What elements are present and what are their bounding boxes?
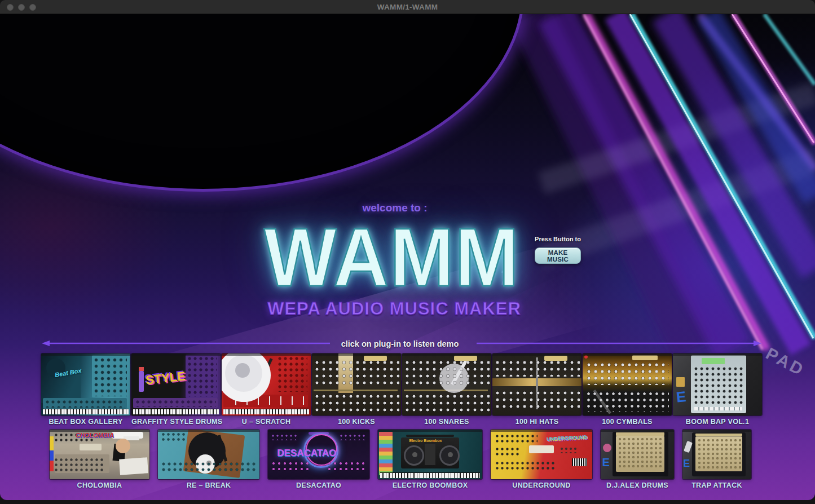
thumbnail-art-layer: [693, 366, 743, 404]
plugin-label: ELECTRO BOOMBOX: [378, 481, 482, 489]
plugin-tile-graffity[interactable]: STYLE GRAFFITY STYLE DRUMS: [131, 353, 221, 426]
plugin-thumbnail[interactable]: STYLE: [131, 353, 221, 415]
thumbnail-art-layer: CHOLOMBIA: [76, 432, 114, 439]
thumbnail-art-layer: [584, 355, 588, 359]
thumbnail-art-layer: [694, 407, 742, 411]
instruction-text: click on plug-in to listen demo: [341, 339, 459, 349]
plugin-thumbnail[interactable]: [158, 430, 259, 479]
thumbnail-art-layer: [585, 361, 669, 385]
thumbnail-art-layer: [116, 439, 130, 453]
thumbnail-art-layer: [271, 461, 311, 474]
plugin-tile-beatbox[interactable]: Beat Box BEAT BOX GALLERY: [41, 353, 130, 426]
plugin-label: RE – BREAK: [158, 481, 259, 489]
plugin-tile-cymbals100[interactable]: 100 CYMBALS: [583, 353, 672, 426]
plugin-thumbnail[interactable]: UNDERGROUND: [491, 430, 592, 479]
thumbnail-art-layer: [616, 432, 664, 435]
thumbnail-art-layer: [54, 457, 105, 471]
plugin-thumbnail[interactable]: [583, 353, 672, 415]
titlebar: WAMM/1-WAMM: [0, 0, 815, 14]
thumbnail-art-layer: [135, 399, 216, 406]
plugin-tile-underground[interactable]: UNDERGROUND UNDERGROUND: [491, 430, 592, 489]
thumbnail-art-layer: [404, 359, 490, 388]
thumbnail-art-layer: [495, 434, 538, 443]
thumbnail-art-layer: [80, 444, 102, 450]
plugin-tile-snares100[interactable]: 100 SNARES: [402, 353, 491, 426]
plugin-thumbnail[interactable]: E: [601, 430, 674, 479]
thumbnail-keyboard-strip: [43, 409, 129, 414]
thumbnail-art-layer: [494, 390, 580, 412]
thumbnail-art-layer: [702, 358, 725, 364]
plugin-label: 100 SNARES: [402, 418, 491, 426]
plugin-tile-boombap[interactable]: E BOOM BAP VOL.1: [673, 353, 762, 426]
plugin-row-2: CHOLOMBIA CHOLOMBIA RE – BREAK DESACATAO…: [50, 430, 751, 489]
plugin-thumbnail[interactable]: DESACATAO: [268, 430, 369, 479]
plugin-thumbnail[interactable]: [312, 353, 401, 415]
plugin-tile-rebreak[interactable]: RE – BREAK: [158, 430, 259, 489]
plugin-tile-electro[interactable]: Electro Boombox ELECTRO BOOMBOX: [378, 430, 482, 489]
plugin-label: D.J.ALEX DRUMS: [601, 481, 674, 489]
plugin-tile-desacatao[interactable]: DESACATAO DESACATAO: [268, 430, 369, 489]
thumbnail-art-layer: [572, 458, 587, 466]
window-title: WAMM/1-WAMM: [0, 0, 815, 14]
plugin-thumbnail[interactable]: [222, 353, 311, 415]
thumbnail-art-layer: [45, 399, 125, 407]
plugin-label: BOOM BAP VOL.1: [673, 418, 762, 426]
thumbnail-art-layer: [119, 457, 148, 475]
thumbnail-art-layer: [494, 359, 580, 377]
plugin-thumbnail[interactable]: E: [673, 353, 762, 415]
thumbnail-art-layer: UNDERGROUND: [547, 435, 587, 442]
plugin-tile-kicks100[interactable]: 100 KICKS: [312, 353, 401, 426]
plugin-tile-uscratch[interactable]: U – SCRATCH: [222, 353, 311, 426]
thumbnail-art-layer: E: [676, 389, 687, 405]
plugin-thumbnail[interactable]: Beat Box: [41, 353, 130, 415]
thumbnail-art-layer: [93, 357, 127, 396]
thumbnail-art-layer: [161, 432, 185, 443]
make-music-group: Press Button to MAKE MUSIC: [535, 235, 581, 264]
plugin-label: UNDERGROUND: [491, 481, 592, 489]
make-music-button[interactable]: MAKE MUSIC: [535, 247, 581, 264]
plugin-thumbnail[interactable]: Electro Boombox: [378, 430, 482, 479]
thumbnail-art-layer: [161, 461, 256, 472]
plugin-tile-djalex[interactable]: E D.J.ALEX DRUMS: [601, 430, 674, 489]
thumbnail-art-layer: [632, 355, 657, 360]
thumbnail-art-layer: STYLE: [145, 370, 186, 386]
thumbnail-art-layer: [684, 441, 693, 453]
thumbnail-art-layer: [585, 391, 669, 412]
plugin-thumbnail[interactable]: [492, 353, 581, 415]
thumbnail-art-layer: [603, 444, 611, 452]
plugin-tile-hihats100[interactable]: 100 HI HATS: [492, 353, 581, 426]
plugin-ui: PAD 7 welcome to : WAMM Press Button to …: [0, 14, 815, 500]
subtitle-text: WEPA AUDIO MUSIC MAKER: [267, 299, 521, 319]
thumbnail-art-layer: [235, 363, 250, 378]
thumbnail-art-layer: E: [602, 457, 610, 468]
plugin-tile-cholombia[interactable]: CHOLOMBIA CHOLOMBIA: [50, 430, 149, 489]
thumbnail-art-layer: [404, 393, 490, 412]
thumbnail-art-layer: [314, 393, 399, 412]
plugin-label: BEAT BOX GALLERY: [41, 418, 130, 426]
thumbnail-art-layer: [50, 436, 54, 471]
thumbnail-art-layer: [676, 377, 684, 387]
wamm-logo: WAMM: [264, 216, 520, 299]
thumbnail-art-layer: [618, 437, 663, 470]
thumbnail-art-layer: [277, 356, 307, 392]
thumbnail-art-layer: [314, 359, 399, 388]
thumbnail-art-layer: Electro Boombox: [409, 439, 442, 443]
thumbnail-art-layer: [271, 434, 297, 440]
thumbnail-art-layer: [695, 434, 742, 436]
thumbnail-art-layer: DESACATAO: [277, 448, 336, 458]
thumbnail-art-layer: [139, 367, 144, 371]
thumbnail-keyboard-strip: [223, 409, 309, 414]
plugin-thumbnail[interactable]: [402, 353, 491, 415]
plugin-tile-trapattack[interactable]: E TRAP ATTACK: [682, 430, 751, 489]
thumbnail-art-layer: [425, 444, 435, 466]
plugin-thumbnail[interactable]: CHOLOMBIA: [50, 430, 149, 479]
plugin-thumbnail[interactable]: E: [682, 430, 751, 479]
thumbnail-art-layer: [314, 390, 398, 391]
thumbnail-art-layer: [495, 446, 521, 457]
thumbnail-art-layer: [139, 371, 144, 392]
plugin-label: GRAFFITY STYLE DRUMS: [131, 418, 221, 426]
press-button-label: Press Button to: [535, 235, 581, 243]
thumbnail-art-layer: [379, 432, 393, 475]
thumbnail-art-layer: E: [683, 458, 690, 468]
thumbnail-art-layer: [406, 435, 454, 437]
